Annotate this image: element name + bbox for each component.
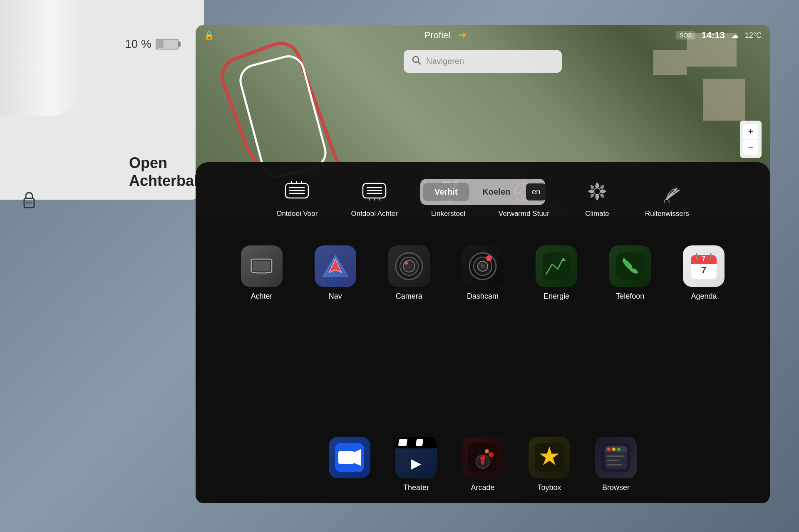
app-zoom[interactable] <box>329 437 370 492</box>
control-ontdooi-achter[interactable]: Ontdooi Achter <box>351 179 397 218</box>
lock-icon[interactable]: 🔒 <box>204 30 214 40</box>
sos-badge[interactable]: SOS <box>676 31 695 40</box>
svg-point-19 <box>594 188 600 195</box>
svg-line-3 <box>418 62 420 64</box>
svg-rect-66 <box>607 464 622 465</box>
time-display: 14:13 <box>702 30 725 41</box>
temp-display: 12°C <box>745 31 762 40</box>
weather-icon: ☁ <box>731 31 739 40</box>
app-theater[interactable]: ▶ Theater <box>395 437 437 492</box>
app-camera[interactable]: Camera <box>376 245 442 301</box>
toybox-icon <box>529 437 570 478</box>
app-toybox[interactable]: Toybox <box>529 437 570 492</box>
arcade-icon <box>462 437 504 478</box>
telefoon-label: Telefoon <box>616 292 644 301</box>
left-panel: 10 % Open Achterbak <box>0 0 204 200</box>
app-dashcam[interactable]: Dashcam <box>450 245 515 301</box>
achter-label: Achter <box>251 292 273 301</box>
tesla-screen: 🔒 Profiel ➔ SOS 14:13 ☁ 12°C Navigeren <box>196 25 770 503</box>
app-achter[interactable]: Achter <box>229 245 294 301</box>
svg-text:7: 7 <box>702 255 706 262</box>
climate-icon <box>583 179 612 204</box>
search-icon <box>412 56 421 67</box>
dashcam-label: Dashcam <box>467 292 499 301</box>
svg-point-62 <box>612 448 615 451</box>
search-bar[interactable]: Navigeren <box>404 50 562 73</box>
svg-rect-47 <box>338 451 354 464</box>
svg-marker-48 <box>354 449 361 466</box>
app-browser[interactable]: Browser <box>595 437 637 492</box>
app-nav[interactable]: Nav <box>303 245 368 301</box>
climate-label: Climate <box>585 210 609 218</box>
ruitenwissers-label: Ruitenwissers <box>645 210 689 218</box>
theater-label: Theater <box>403 483 429 492</box>
svg-point-54 <box>485 449 489 453</box>
svg-rect-52 <box>481 458 484 465</box>
ontdooi-voor-icon <box>283 179 312 204</box>
open-achterbak-label[interactable]: Open Achterbak <box>129 154 202 190</box>
svg-point-61 <box>607 448 610 451</box>
browser-icon <box>595 437 637 478</box>
profile-label[interactable]: Profiel <box>424 30 450 41</box>
app-energie[interactable]: Energie <box>524 245 589 301</box>
control-climate[interactable]: Climate <box>583 179 612 218</box>
agenda-label: Agenda <box>691 292 717 301</box>
ontdooi-achter-label: Ontdooi Achter <box>351 210 397 218</box>
header-right: SOS 14:13 ☁ 12°C <box>676 30 762 41</box>
verhit-button[interactable]: Verhit <box>423 183 469 201</box>
battery-percent: 10 % <box>125 37 151 51</box>
linkerstoel-label: Linkerstoel <box>431 210 465 218</box>
open-label: Open <box>129 154 202 172</box>
arrow-icon: ➔ <box>459 30 466 41</box>
svg-point-30 <box>404 261 408 265</box>
camera-label: Camera <box>396 292 422 301</box>
svg-rect-23 <box>256 272 267 275</box>
control-ontdooi-voor[interactable]: Ontdooi Voor <box>276 179 318 218</box>
verwarmd-stuur-label: Verwarmd Stuur <box>499 210 549 218</box>
zoom-in-button[interactable]: + <box>743 124 758 139</box>
zoom-out-button[interactable]: − <box>743 140 758 155</box>
app-agenda[interactable]: 7 7 Agenda <box>671 245 737 301</box>
svg-rect-64 <box>607 455 625 457</box>
ruitenwissers-icon <box>653 179 682 204</box>
agenda-icon: 7 7 <box>683 245 725 287</box>
map-building-3 <box>703 79 745 121</box>
achter-icon <box>241 245 283 287</box>
browser-label: Browser <box>602 483 630 492</box>
svg-point-34 <box>481 264 485 268</box>
camera-icon <box>388 245 430 287</box>
dashcam-icon <box>462 245 504 287</box>
lock-panel-icon[interactable] <box>21 189 37 214</box>
header-center: Profiel ➔ <box>424 30 466 41</box>
energie-label: Energie <box>543 292 569 301</box>
app-panel: Ontdooi Voor Ontdooi Achter <box>196 162 770 503</box>
telefoon-icon <box>609 245 651 287</box>
svg-text:7: 7 <box>701 265 706 275</box>
header-left: 🔒 <box>204 30 214 40</box>
energie-icon <box>536 245 577 287</box>
control-ruitenwissers[interactable]: Ruitenwissers <box>645 179 689 218</box>
svg-rect-36 <box>543 252 570 280</box>
climate-control-bar: Verhit Koelen en <box>420 179 545 205</box>
ontdooi-achter-icon <box>360 179 389 204</box>
zoom-icon <box>329 437 370 478</box>
battery-area: 10 % <box>125 37 179 51</box>
nav-icon <box>315 245 356 287</box>
koelen-button[interactable]: Koelen <box>471 183 522 201</box>
apps-grid-row2: ▶ Theater <box>196 437 770 492</box>
app-arcade[interactable]: Arcade <box>462 437 504 492</box>
svg-rect-22 <box>253 261 270 271</box>
arcade-label: Arcade <box>471 483 494 492</box>
svg-point-35 <box>486 255 492 261</box>
svg-rect-65 <box>607 460 620 461</box>
header-bar: 🔒 Profiel ➔ SOS 14:13 ☁ 12°C <box>196 25 770 46</box>
toybox-label: Toybox <box>537 483 561 492</box>
search-placeholder: Navigeren <box>426 57 464 66</box>
ontdooi-voor-label: Ontdooi Voor <box>276 210 318 218</box>
map-building-2 <box>653 50 687 75</box>
car-white-outline <box>0 0 83 116</box>
svg-rect-1 <box>26 201 32 204</box>
map-zoom-controls: + − <box>740 121 762 158</box>
battery-icon <box>156 39 179 49</box>
app-telefoon[interactable]: Telefoon <box>598 245 663 301</box>
